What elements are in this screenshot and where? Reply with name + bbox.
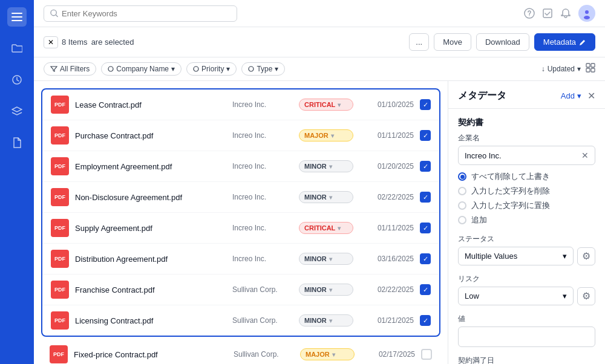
sort-button[interactable]: ↓ Updated ▾ (541, 65, 581, 73)
company-name: Increo Inc. (232, 255, 293, 263)
filters: All Filters Company Name ▾ Priority ▾ Ty… (34, 57, 605, 81)
more-button[interactable]: ... (409, 33, 429, 51)
edit-icon (579, 39, 586, 46)
unselected-files-section: PDF Fixed-price Contract.pdf Sullivan Co… (34, 339, 448, 364)
sidebar-icon-menu[interactable] (7, 7, 27, 27)
avatar[interactable] (578, 5, 595, 22)
pdf-icon: PDF (51, 219, 69, 237)
priority-badge[interactable]: MAJOR ▾ (300, 348, 355, 360)
status-row: Multiple Values ▾ ⚙ (458, 247, 595, 265)
file-checkbox[interactable]: ✓ (420, 161, 431, 172)
status-label: ステータス (458, 234, 595, 244)
search-box[interactable] (44, 5, 237, 22)
sidebar-icon-clock[interactable] (7, 70, 27, 89)
risk-select[interactable]: Low ▾ (458, 287, 574, 305)
svg-rect-1 (11, 16, 22, 18)
priority-badge[interactable]: MINOR ▾ (299, 191, 353, 203)
clear-selection-button[interactable]: ✕ (44, 36, 58, 48)
table-row[interactable]: PDF Supply Agreement.pdf Increo Inc. CRI… (42, 213, 439, 244)
header-actions (524, 5, 595, 22)
type-filter[interactable]: Type ▾ (241, 62, 285, 76)
file-name: Franchise Contract.pdf (75, 285, 226, 294)
priority-badge[interactable]: CRITICAL ▾ (299, 99, 353, 111)
value-label: 値 (458, 314, 595, 324)
priority-chevron-icon: ▾ (329, 163, 332, 170)
svg-rect-15 (591, 63, 595, 67)
selected-suffix: are selected (91, 37, 134, 47)
value-input[interactable] (458, 327, 595, 347)
file-list: PDF Lease Contract.pdf Increo Inc. CRITI… (34, 81, 448, 364)
metadata-button[interactable]: Metadata (534, 33, 595, 51)
radio-item[interactable]: 入力した文字列を削除 (458, 186, 595, 197)
status-select[interactable]: Multiple Values ▾ (458, 247, 574, 265)
sidebar-icon-layers[interactable] (7, 102, 27, 121)
file-checkbox[interactable]: ✓ (420, 99, 431, 110)
content-area: PDF Lease Contract.pdf Increo Inc. CRITI… (34, 81, 605, 364)
table-row[interactable]: PDF Lease Contract.pdf Increo Inc. CRITI… (42, 89, 439, 120)
move-button[interactable]: Move (434, 33, 471, 51)
radio-circle (458, 172, 466, 181)
company-clear-icon[interactable]: ✕ (581, 151, 589, 160)
radio-item[interactable]: すべて削除して上書き (458, 171, 595, 182)
sidebar-icon-file[interactable] (7, 133, 27, 152)
panel-body: 契約書 企業名 Increo Inc. ✕ すべて削除して上書き 入力した文字列… (448, 109, 605, 364)
panel-add-button[interactable]: Add ▾ (561, 91, 581, 100)
section-value: 値 (458, 314, 595, 347)
download-button[interactable]: Download (476, 33, 529, 51)
priority-badge[interactable]: MINOR ▾ (299, 284, 353, 296)
risk-gear-button[interactable]: ⚙ (577, 287, 595, 305)
company-name: Increo Inc. (232, 131, 293, 140)
file-name: Supply Agreement.pdf (75, 224, 226, 233)
table-row[interactable]: PDF Licensing Contract.pdf Sullivan Corp… (42, 305, 439, 336)
pdf-icon: PDF (51, 311, 69, 330)
grid-view-button[interactable] (586, 63, 595, 75)
help-icon[interactable] (524, 8, 535, 19)
priority-badge[interactable]: MAJOR ▾ (299, 129, 353, 141)
panel-close-button[interactable]: ✕ (587, 90, 595, 102)
priority-badge[interactable]: CRITICAL ▾ (299, 222, 353, 234)
table-row[interactable]: PDF Fixed-price Contract.pdf Sullivan Co… (41, 339, 440, 364)
all-filters-chip[interactable]: All Filters (44, 62, 96, 76)
sidebar-icon-folder[interactable] (7, 39, 27, 58)
file-checkbox[interactable]: ✓ (420, 284, 431, 295)
file-name: Non-Disclosure Agreement.pdf (75, 193, 226, 202)
radio-circle (458, 187, 466, 195)
company-value-input[interactable]: Increo Inc. ✕ (458, 146, 595, 165)
company-name: Increo Inc. (232, 162, 293, 171)
table-row[interactable]: PDF Distribution Agreement.pdf Increo In… (42, 244, 439, 275)
file-checkbox[interactable] (421, 349, 432, 360)
checklist-icon[interactable] (542, 8, 553, 19)
file-checkbox[interactable]: ✓ (420, 192, 431, 203)
company-name-filter[interactable]: Company Name ▾ (101, 62, 182, 76)
search-input[interactable] (62, 9, 231, 18)
svg-point-12 (194, 67, 198, 71)
panel-header: メタデータ Add ▾ ✕ (448, 81, 605, 109)
table-row[interactable]: PDF Franchise Contract.pdf Sullivan Corp… (42, 275, 439, 305)
table-row[interactable]: PDF Purchase Contract.pdf Increo Inc. MA… (42, 120, 439, 151)
priority-icon (193, 66, 199, 72)
table-row[interactable]: PDF Non-Disclosure Agreement.pdf Increo … (42, 182, 439, 213)
file-date: 02/17/2025 (361, 350, 415, 359)
table-row[interactable]: PDF Employment Agreement.pdf Increo Inc.… (42, 151, 439, 182)
file-checkbox[interactable]: ✓ (420, 315, 431, 326)
status-gear-button[interactable]: ⚙ (577, 247, 595, 265)
file-name: Fixed-price Contract.pdf (74, 350, 227, 359)
file-checkbox[interactable]: ✓ (420, 223, 431, 233)
company-label: 企業名 (458, 133, 595, 143)
bell-icon[interactable] (560, 8, 571, 19)
radio-label: 入力した文字列を削除 (471, 186, 550, 197)
file-checkbox[interactable]: ✓ (420, 130, 431, 141)
radio-label: 入力した文字列に置換 (471, 200, 550, 211)
type-icon (248, 66, 254, 72)
priority-filter[interactable]: Priority ▾ (186, 62, 237, 76)
priority-badge[interactable]: MINOR ▾ (299, 253, 353, 265)
company-name: Increo Inc. (232, 193, 293, 201)
toolbar: ✕ 8 Items are selected ... Move Download… (34, 27, 605, 57)
file-date: 01/10/2025 (359, 100, 414, 109)
company-name: Sullivan Corp. (232, 285, 293, 294)
priority-badge[interactable]: MINOR ▾ (299, 314, 353, 327)
priority-badge[interactable]: MINOR ▾ (299, 160, 353, 172)
file-checkbox[interactable]: ✓ (420, 253, 431, 264)
radio-item[interactable]: 追加 (458, 215, 595, 226)
radio-item[interactable]: 入力した文字列に置換 (458, 200, 595, 211)
